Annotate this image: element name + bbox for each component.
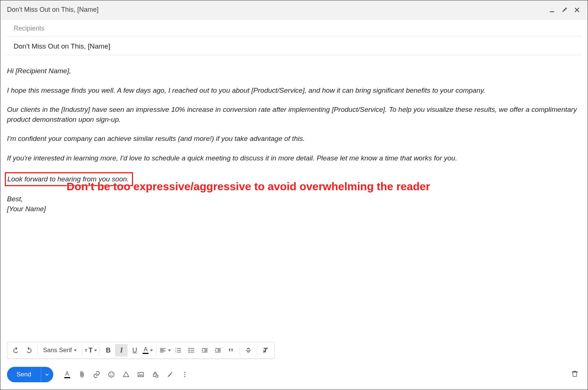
italic-icon: I bbox=[120, 347, 123, 354]
window-title: Don't Miss Out on This, [Name] bbox=[7, 6, 98, 14]
text-color-dropdown[interactable]: A bbox=[141, 344, 154, 357]
strikethrough-button[interactable] bbox=[242, 344, 255, 357]
toolbar-separator bbox=[37, 345, 38, 355]
toolbar-separator bbox=[82, 345, 82, 355]
body-paragraph: I hope this message finds you well. A fe… bbox=[7, 86, 581, 96]
numbered-list-icon bbox=[175, 347, 182, 354]
link-icon bbox=[93, 370, 101, 379]
message-body[interactable]: Hi [Recipient Name], I hope this message… bbox=[0, 55, 588, 342]
svg-rect-0 bbox=[550, 11, 554, 12]
trash-icon bbox=[571, 370, 579, 378]
bold-button[interactable]: B bbox=[102, 344, 114, 357]
caret-down-icon bbox=[150, 350, 153, 351]
underline-icon: U bbox=[132, 347, 137, 354]
recipients-placeholder: Recipients bbox=[14, 25, 44, 32]
svg-point-4 bbox=[108, 372, 114, 377]
bulleted-list-icon bbox=[188, 347, 195, 354]
body-paragraph: If you're interested in learning more, I… bbox=[7, 153, 581, 163]
font-family-label: Sans Serif bbox=[43, 347, 72, 354]
recipients-field[interactable]: Recipients bbox=[7, 20, 581, 36]
svg-point-6 bbox=[112, 373, 112, 374]
strikethrough-icon bbox=[245, 347, 252, 354]
body-greeting: Hi [Recipient Name], bbox=[7, 66, 581, 76]
bulleted-list-button[interactable] bbox=[185, 344, 198, 357]
insert-photo-button[interactable] bbox=[134, 368, 147, 381]
insert-link-button[interactable] bbox=[90, 368, 103, 381]
align-dropdown[interactable] bbox=[159, 344, 171, 357]
body-signoff: Best, bbox=[7, 194, 581, 204]
body-paragraph: I'm confident your company can achieve s… bbox=[7, 134, 581, 144]
discard-draft-button[interactable] bbox=[571, 370, 579, 379]
insert-drive-button[interactable] bbox=[119, 368, 133, 381]
numbered-list-button[interactable] bbox=[172, 344, 184, 357]
caret-down-icon bbox=[74, 350, 77, 351]
align-left-icon bbox=[159, 347, 166, 354]
emoji-icon bbox=[108, 371, 115, 378]
body-paragraph: Our clients in the [Industry] have seen … bbox=[7, 105, 581, 124]
svg-point-3 bbox=[189, 351, 190, 352]
photo-icon bbox=[137, 371, 144, 378]
font-size-icon: т bbox=[85, 348, 87, 353]
attach-file-button[interactable] bbox=[75, 368, 89, 381]
indent-more-icon bbox=[214, 347, 222, 354]
svg-point-13 bbox=[184, 376, 185, 377]
window-controls bbox=[548, 6, 581, 14]
confidential-mode-button[interactable] bbox=[149, 368, 162, 381]
restore-icon bbox=[561, 7, 568, 13]
subject-field[interactable]: Don't Miss Out on This, [Name] bbox=[7, 36, 581, 55]
remove-format-button[interactable] bbox=[259, 344, 272, 357]
compose-bottom-bar: Send A bbox=[0, 363, 588, 390]
svg-point-1 bbox=[189, 348, 190, 349]
italic-button[interactable]: I bbox=[115, 344, 128, 357]
svg-point-11 bbox=[184, 372, 185, 373]
font-size-icon: T bbox=[89, 347, 93, 354]
insert-signature-button[interactable] bbox=[164, 368, 177, 381]
close-icon bbox=[574, 7, 580, 13]
minimize-button[interactable] bbox=[548, 6, 556, 14]
more-options-button[interactable] bbox=[178, 368, 191, 381]
send-options-button[interactable] bbox=[41, 367, 53, 382]
insert-emoji-button[interactable] bbox=[105, 368, 118, 381]
toolbar-separator bbox=[156, 345, 157, 355]
caret-down-icon bbox=[94, 350, 97, 351]
caret-down-icon bbox=[168, 350, 171, 351]
annotation-text: Don't be too expressive/aggressive to av… bbox=[67, 179, 430, 194]
compose-options: A bbox=[61, 368, 191, 381]
bottom-left-group: Send A bbox=[7, 367, 191, 382]
redo-button[interactable] bbox=[23, 344, 35, 357]
caret-down-icon bbox=[45, 373, 49, 376]
font-size-dropdown[interactable]: т T bbox=[85, 344, 97, 357]
redo-icon bbox=[25, 347, 33, 354]
compose-window: Don't Miss Out on This, [Name] Recipient… bbox=[0, 0, 588, 390]
svg-point-12 bbox=[184, 374, 185, 375]
pen-icon bbox=[166, 371, 174, 378]
svg-point-5 bbox=[110, 373, 111, 374]
toolbar-separator bbox=[99, 345, 100, 355]
text-color-icon: A bbox=[143, 347, 148, 354]
send-button[interactable]: Send bbox=[7, 367, 41, 382]
undo-button[interactable] bbox=[10, 344, 22, 357]
remove-format-icon bbox=[262, 346, 270, 354]
paperclip-icon bbox=[78, 371, 86, 378]
minimize-icon bbox=[549, 7, 555, 13]
svg-point-8 bbox=[139, 373, 140, 375]
formatting-options-button[interactable]: A bbox=[61, 368, 74, 381]
font-family-dropdown[interactable]: Sans Serif bbox=[40, 347, 80, 354]
undo-icon bbox=[12, 347, 19, 354]
quote-button[interactable] bbox=[225, 344, 237, 357]
underline-button[interactable]: U bbox=[128, 344, 141, 357]
formatting-toolbar: Sans Serif т T B I U A bbox=[7, 342, 275, 359]
restore-button[interactable] bbox=[560, 6, 569, 14]
indent-more-button[interactable] bbox=[212, 344, 224, 357]
indent-less-icon bbox=[201, 347, 208, 354]
lock-clock-icon bbox=[152, 371, 159, 378]
body-signature: [Your Name] bbox=[7, 204, 46, 214]
text-format-icon: A bbox=[64, 371, 70, 378]
subject-value: Don't Miss Out on This, [Name] bbox=[14, 42, 110, 50]
close-button[interactable] bbox=[573, 6, 581, 14]
titlebar: Don't Miss Out on This, [Name] bbox=[0, 0, 588, 20]
quote-icon bbox=[227, 347, 235, 354]
toolbar-separator bbox=[257, 345, 257, 355]
indent-less-button[interactable] bbox=[198, 344, 211, 357]
toolbar-separator bbox=[240, 345, 240, 355]
